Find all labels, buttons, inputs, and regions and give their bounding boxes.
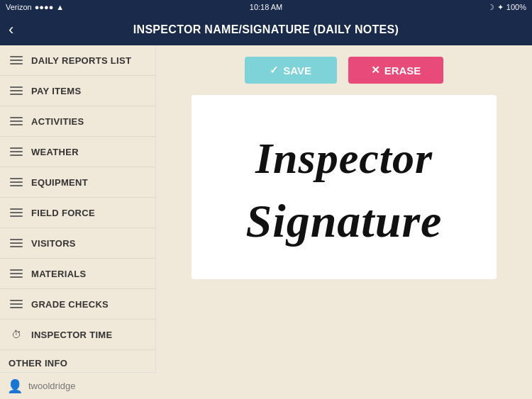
sidebar-item-label: ACTIVITIES xyxy=(31,116,84,127)
sidebar-item-field-force[interactable]: FIELD FORCE xyxy=(0,198,155,228)
action-buttons: ✓ SAVE ✕ ERASE xyxy=(245,57,444,84)
list-icon xyxy=(9,52,24,68)
list-icon xyxy=(9,174,24,190)
carrier-label: Verizon xyxy=(6,3,32,11)
status-left: Verizon ●●●● ▲ xyxy=(6,3,64,11)
sidebar-item-grade-checks[interactable]: GRADE CHECKS xyxy=(0,289,155,320)
erase-label: ERASE xyxy=(384,64,421,77)
main-layout: DAILY REPORTS LIST PAY ITEMS ACTIVITIES … xyxy=(0,45,532,399)
checkmark-icon: ✓ xyxy=(270,64,279,77)
sidebar-item-label: PAY ITEMS xyxy=(31,86,81,96)
sidebar-item-label: WEATHER xyxy=(31,147,79,157)
status-time: 10:18 AM xyxy=(250,3,282,11)
list-icon xyxy=(9,113,24,129)
svg-text:Inspector: Inspector xyxy=(255,134,433,182)
user-icon: 👤 xyxy=(7,378,23,394)
status-right: ☽ ✦ 100% xyxy=(487,3,526,12)
back-button[interactable]: ‹ xyxy=(9,22,13,38)
clock-icon: ⏱ xyxy=(9,327,24,342)
sidebar-item-activities[interactable]: ACTIVITIES xyxy=(0,106,155,137)
sidebar-item-visitors[interactable]: VISITORS xyxy=(0,228,155,259)
sidebar: DAILY REPORTS LIST PAY ITEMS ACTIVITIES … xyxy=(0,45,156,399)
x-icon: ✕ xyxy=(371,64,380,77)
battery-label: 100% xyxy=(506,3,526,11)
sidebar-item-daily-reports[interactable]: DAILY REPORTS LIST xyxy=(0,45,155,76)
sidebar-item-label: FIELD FORCE xyxy=(31,208,95,218)
sidebar-item-label: VISITORS xyxy=(31,238,76,249)
header: ‹ INSPECTOR NAME/SIGNATURE (DAILY NOTES) xyxy=(0,14,532,45)
list-icon xyxy=(9,296,24,312)
content-area: ✓ SAVE ✕ ERASE Inspector Signature xyxy=(156,45,532,399)
erase-button[interactable]: ✕ ERASE xyxy=(348,57,444,84)
page-title: INSPECTOR NAME/SIGNATURE (DAILY NOTES) xyxy=(133,23,399,36)
sidebar-user-bar: 👤 xyxy=(0,372,156,399)
wifi-icon: ▲ xyxy=(56,3,64,11)
list-icon xyxy=(9,235,24,251)
save-button[interactable]: ✓ SAVE xyxy=(245,57,337,84)
status-bar: Verizon ●●●● ▲ 10:18 AM ☽ ✦ 100% xyxy=(0,0,532,14)
sidebar-item-label: GRADE CHECKS xyxy=(31,299,109,310)
sidebar-item-label: INSPECTOR TIME xyxy=(31,330,112,340)
sidebar-item-materials[interactable]: MATERIALS xyxy=(0,259,155,289)
list-icon xyxy=(9,83,24,99)
sidebar-item-inspector-time[interactable]: ⏱ INSPECTOR TIME xyxy=(0,320,155,350)
signature-canvas[interactable]: Inspector Signature xyxy=(192,95,497,279)
sidebar-item-pay-items[interactable]: PAY ITEMS xyxy=(0,76,155,106)
sidebar-item-label: EQUIPMENT xyxy=(31,177,88,188)
sidebar-section-label: OTHER INFO xyxy=(9,358,67,369)
sidebar-item-label: DAILY REPORTS LIST xyxy=(31,55,131,66)
list-icon xyxy=(9,266,24,281)
list-icon xyxy=(9,205,24,220)
sidebar-item-weather[interactable]: WEATHER xyxy=(0,137,155,167)
sidebar-item-equipment[interactable]: EQUIPMENT xyxy=(0,167,155,198)
save-label: SAVE xyxy=(283,64,311,77)
username-input[interactable] xyxy=(28,381,149,391)
bluetooth-icon: ✦ xyxy=(497,3,504,12)
signal-icon: ●●●● xyxy=(35,3,54,11)
moon-icon: ☽ xyxy=(487,3,494,12)
signature-image: Inspector Signature xyxy=(192,95,497,279)
sidebar-item-label: MATERIALS xyxy=(31,269,87,279)
svg-text:Signature: Signature xyxy=(246,195,443,247)
list-icon xyxy=(9,144,24,159)
